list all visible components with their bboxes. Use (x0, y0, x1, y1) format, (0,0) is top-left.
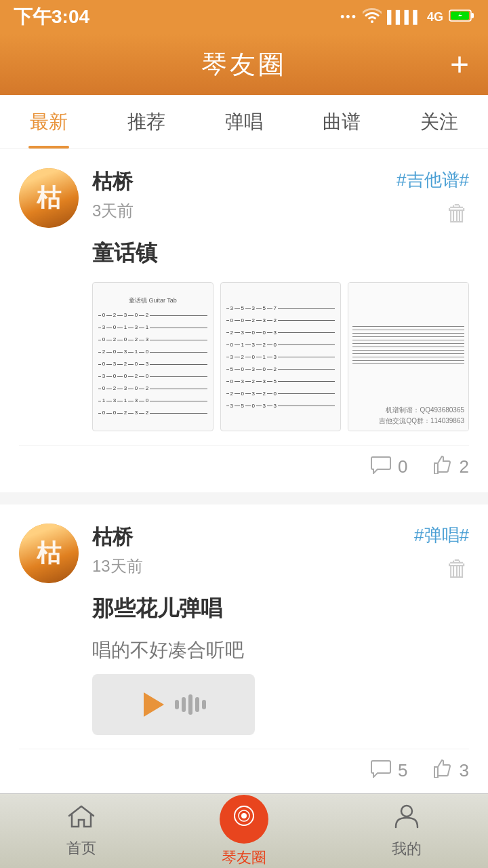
post-title-1: 童话镇 (19, 239, 469, 269)
like-action-1[interactable]: 2 (432, 455, 469, 479)
post-header-right-1: #吉他谱# 🗑 (396, 168, 469, 226)
post-header-2: 枯桥 13天前 #弹唱# 🗑 (19, 524, 469, 583)
sheet-line-8 (352, 350, 464, 351)
tab-string-2-1: 35357 (226, 303, 336, 313)
sheet-watermark: 机谱制谱：QQ493680365 吉他交流QQ群：114039863 (352, 405, 464, 427)
sound-waves-2 (175, 693, 209, 716)
nav-circle-label: 琴友圈 (222, 848, 266, 868)
sheet-line-6 (352, 343, 464, 344)
post-meta-1: 枯桥 3天前 (92, 168, 396, 222)
post-title-2: 那些花儿弹唱 (19, 594, 469, 624)
tab-singing[interactable]: 弹唱 (195, 95, 293, 149)
svg-rect-7 (202, 700, 206, 709)
sheet-3-lines (352, 287, 464, 403)
sheet-line-2 (352, 330, 464, 330)
battery-icon (449, 9, 474, 26)
nav-profile[interactable]: 我的 (325, 803, 488, 859)
svg-point-8 (241, 813, 247, 818)
network-type: 4G (427, 10, 443, 24)
like-count-1: 2 (460, 456, 469, 477)
tabs-bar: 最新 推荐 弹唱 曲谱 关注 (0, 95, 488, 149)
tab-string-3: 02023 (98, 335, 207, 344)
sheet-line-1 (352, 326, 464, 327)
sheet-line-9 (352, 353, 464, 354)
comment-action-2[interactable]: 5 (371, 759, 407, 783)
sheet-line-11 (352, 360, 464, 361)
tab-string-2-4: 01320 (226, 340, 336, 349)
tab-string-2-5: 32013 (226, 352, 336, 361)
delete-button-1[interactable]: 🗑 (446, 200, 469, 226)
tab-latest[interactable]: 最新 (0, 95, 98, 149)
nav-home-label: 首页 (66, 838, 96, 859)
avatar-2[interactable] (19, 524, 79, 583)
tab-string-2-7: 03235 (226, 376, 336, 386)
status-icons: ••• ▌▌▌▌ 4G (340, 8, 474, 26)
post-description-2: 唱的不好凑合听吧 (19, 637, 469, 663)
avatar-image-1 (19, 168, 79, 228)
audio-player-2[interactable] (92, 674, 255, 735)
watermark-line-2: 吉他交流QQ群：114039863 (352, 416, 464, 427)
sheet-line-7 (352, 347, 464, 347)
tab-string-9: 00232 (98, 408, 207, 418)
bottom-nav: 首页 琴友圈 我的 (0, 793, 488, 868)
post-header-right-2: #弹唱# 🗑 (414, 524, 469, 582)
comment-action-1[interactable]: 0 (371, 455, 407, 479)
content: 枯桥 3天前 #吉他谱# 🗑 童话镇 童话镇 Guitar Tab 02302 … (0, 149, 488, 868)
post-card-1: 枯桥 3天前 #吉他谱# 🗑 童话镇 童话镇 Guitar Tab 02302 … (0, 149, 488, 492)
nav-circle[interactable]: 琴友圈 (163, 795, 325, 868)
tab-string-1: 02302 (98, 311, 207, 320)
home-icon (68, 804, 95, 834)
dots-icon: ••• (340, 10, 357, 24)
post-footer-2: 5 3 (19, 749, 469, 783)
tab-string-2-2: 00232 (226, 315, 336, 325)
nav-home[interactable]: 首页 (0, 804, 163, 859)
signal-icon: ▌▌▌▌ (387, 10, 422, 24)
header: 琴友圈 + (0, 34, 488, 95)
nav-profile-label: 我的 (392, 839, 422, 859)
svg-rect-1 (471, 13, 474, 18)
person-icon (394, 803, 419, 835)
tab-string-2-3: 23003 (226, 328, 336, 337)
username-1[interactable]: 枯桥 (92, 168, 396, 196)
play-button-2[interactable] (144, 692, 164, 717)
tab-recommended[interactable]: 推荐 (98, 95, 195, 149)
svg-rect-5 (188, 694, 192, 715)
tab-string-2: 30131 (98, 323, 207, 332)
post-card-2: 枯桥 13天前 #弹唱# 🗑 那些花儿弹唱 唱的不好凑合听吧 (0, 505, 488, 796)
sheet-3-content: 机谱制谱：QQ493680365 吉他交流QQ群：114039863 (348, 283, 468, 431)
sheet-line-5 (352, 340, 464, 340)
post-time-2: 13天前 (92, 555, 414, 577)
sheet-line-10 (352, 357, 464, 357)
tab-string-2-9: 35033 (226, 401, 336, 410)
tab-scores[interactable]: 曲谱 (293, 95, 390, 149)
header-title: 琴友圈 (201, 47, 287, 82)
post-header-1: 枯桥 3天前 #吉他谱# 🗑 (19, 168, 469, 228)
like-action-2[interactable]: 3 (432, 759, 469, 783)
sheet-line-3 (352, 333, 464, 334)
sheet-thumb-1[interactable]: 童话镇 Guitar Tab 02302 30131 02023 20310 0… (92, 282, 214, 431)
delete-button-2[interactable]: 🗑 (446, 555, 469, 582)
sheet-thumb-2[interactable]: 35357 00232 23003 01320 32013 50302 0323… (220, 282, 342, 431)
sheet-thumb-3[interactable]: 机谱制谱：QQ493680365 吉他交流QQ群：114039863 (348, 282, 469, 431)
tab-following[interactable]: 关注 (390, 95, 488, 149)
nav-center-circle[interactable] (220, 795, 268, 844)
comment-icon-1 (371, 455, 391, 479)
comment-count-1: 0 (398, 456, 407, 477)
wifi-icon (363, 8, 382, 26)
username-2[interactable]: 枯桥 (92, 524, 414, 551)
tab-string-5: 03203 (98, 359, 207, 369)
avatar-1[interactable] (19, 168, 79, 228)
sheet-line-12 (352, 363, 464, 364)
status-time: 下午3:04 (14, 4, 89, 30)
watermark-line-1: 机谱制谱：QQ493680365 (352, 405, 464, 416)
add-button[interactable]: + (450, 48, 469, 81)
svg-rect-3 (175, 700, 179, 709)
guitar-tab-2: 35357 00232 23003 01320 32013 50302 0323… (221, 283, 341, 431)
tab-string-4: 20310 (98, 347, 207, 357)
like-icon-2 (432, 759, 453, 783)
post-tag-1[interactable]: #吉他谱# (396, 168, 469, 192)
svg-rect-6 (195, 697, 199, 712)
status-bar: 下午3:04 ••• ▌▌▌▌ 4G (0, 0, 488, 34)
like-icon-1 (432, 455, 453, 479)
post-tag-2[interactable]: #弹唱# (414, 524, 469, 547)
